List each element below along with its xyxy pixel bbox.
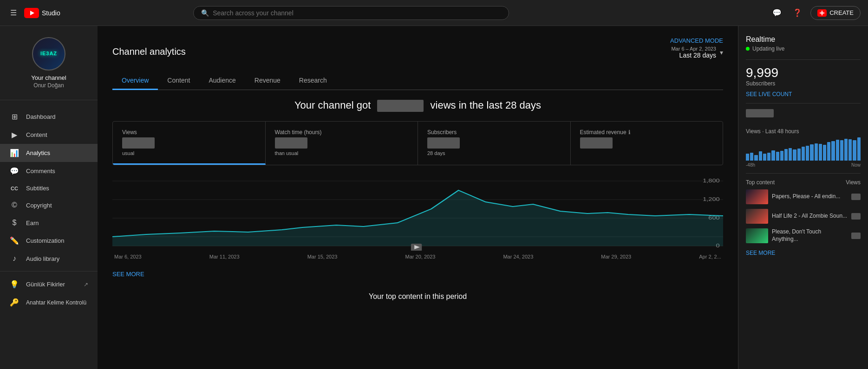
youtube-icon [24, 8, 39, 18]
subs-value-redacted [427, 137, 460, 149]
see-more-button[interactable]: SEE MORE [112, 271, 144, 278]
top-content-label: Top content [746, 179, 775, 186]
sidebar-item-anahtar[interactable]: 🔑 Anahtar Kelime Kontrolü [0, 293, 98, 311]
metric-revenue-sub [580, 150, 714, 156]
chevron-down-icon[interactable]: ▾ [720, 49, 723, 56]
sidebar-item-label: Audio library [26, 255, 59, 262]
main-content: Channel analytics ADVANCED MODE Mar 6 – … [98, 26, 738, 369]
sidebar-item-label: Copyright [26, 202, 52, 209]
audio-library-icon: ♪ [9, 254, 20, 263]
content-thumbnail [746, 189, 768, 204]
header-right: ADVANCED MODE Mar 6 – Apr 2, 2023 Last 2… [670, 37, 723, 66]
avatar: IE3AZ [32, 37, 65, 71]
sidebar-item-gunluk[interactable]: 💡 Günlük Fikirler ↗ [0, 275, 98, 293]
sidebar-item-subtitles[interactable]: CC Subtitles [0, 180, 98, 196]
tab-content[interactable]: Content [158, 72, 199, 90]
search-box: 🔍 [193, 6, 509, 20]
realtime-subs-label: Subscribers [746, 80, 861, 87]
tab-research[interactable]: Research [290, 72, 336, 90]
bar [836, 140, 839, 161]
content-item[interactable]: Please, Don't Touch Anything... [746, 228, 861, 243]
bar [797, 149, 801, 161]
bar [780, 151, 783, 161]
create-button[interactable]: CREATE [810, 6, 861, 20]
bar [823, 145, 826, 161]
realtime-views-redacted [746, 109, 774, 117]
chart-xaxis-right: Now [851, 162, 861, 168]
realtime-title: Realtime [746, 35, 861, 44]
bar [857, 137, 861, 161]
yt-studio-logo: Studio [24, 8, 60, 18]
sidebar-item-comments[interactable]: 💬 Comments [0, 162, 98, 180]
content-item[interactable]: Papers, Please - All endin... [746, 189, 861, 204]
content-views [851, 213, 861, 220]
create-icon [817, 9, 827, 17]
search-input[interactable] [213, 9, 501, 17]
bar [819, 144, 822, 161]
content-item[interactable]: Half Life 2 - All Zombie Soun... [746, 209, 861, 224]
metric-watch-value-row [275, 137, 409, 149]
metric-card-revenue[interactable]: Estimated revenue ℹ [571, 122, 723, 165]
content-thumbnail [746, 228, 768, 243]
create-label: CREATE [829, 9, 854, 16]
views-redacted-value [377, 100, 424, 112]
see-live-count-button[interactable]: SEE LIVE COUNT [746, 91, 792, 97]
chart-xaxis-left: -48h [746, 162, 755, 168]
xaxis-label: Mar 24, 2023 [503, 254, 533, 259]
sidebar-item-copyright[interactable]: © Copyright [0, 196, 98, 214]
views-chart: 1,800 1,200 600 0 [112, 176, 723, 251]
help-button[interactable]: ❓ [790, 6, 805, 20]
subtitles-icon: CC [9, 186, 20, 191]
date-range-main: Last 28 days [671, 52, 716, 59]
metric-views-value-row [122, 137, 256, 149]
bar [844, 139, 848, 161]
advanced-mode-button[interactable]: ADVANCED MODE [670, 37, 723, 44]
bar [763, 154, 766, 161]
copyright-icon: © [9, 201, 20, 209]
sidebar-item-analytics[interactable]: 📊 Analytics [0, 144, 98, 162]
topbar-left: ☰ Studio [7, 6, 60, 20]
mini-chart-xaxis: -48h Now [746, 162, 861, 168]
sidebar-item-earn[interactable]: $ Earn [0, 214, 98, 232]
realtime-see-more-button[interactable]: SEE MORE [746, 250, 775, 256]
top-content-header: Top content Views [746, 179, 861, 186]
info-icon: ℹ [628, 129, 631, 136]
xaxis-label: Mar 20, 2023 [405, 254, 436, 259]
xaxis-label: Mar 6, 2023 [114, 254, 142, 259]
metric-subs-label: Subscribers [427, 129, 561, 136]
content-icon: ▶ [9, 130, 20, 139]
metric-card-watch-time[interactable]: Watch time (hours) than usual [266, 122, 418, 165]
feedback-button[interactable]: 💬 [770, 6, 784, 20]
sidebar: IE3AZ Your channel Onur Doğan ⊞ Dashboar… [0, 26, 98, 369]
hamburger-button[interactable]: ☰ [7, 6, 20, 20]
content-title: Papers, Please - All endin... [772, 193, 848, 201]
sidebar-divider-mid [0, 271, 98, 272]
analytics-icon: 📊 [9, 149, 20, 157]
date-range-small: Mar 6 – Apr 2, 2023 [671, 46, 716, 52]
top-content-views-header: Views [846, 179, 861, 186]
sidebar-item-label: Content [26, 131, 47, 138]
xaxis-label: Mar 11, 2023 [209, 254, 240, 259]
tab-revenue[interactable]: Revenue [245, 72, 290, 90]
tab-audience[interactable]: Audience [199, 72, 245, 90]
live-label: Updating live [752, 45, 784, 52]
sidebar-nav: ⊞ Dashboard ▶ Content 📊 Analytics 💬 Comm… [0, 104, 98, 369]
sidebar-item-customization[interactable]: ✏️ Customization [0, 232, 98, 250]
live-indicator: Updating live [746, 45, 861, 52]
sidebar-item-content[interactable]: ▶ Content [0, 126, 98, 144]
tab-overview[interactable]: Overview [112, 72, 158, 90]
content-title: Please, Don't Touch Anything... [772, 228, 848, 243]
live-dot [746, 47, 750, 51]
metric-card-subscribers[interactable]: Subscribers 28 days [418, 122, 571, 165]
page-header: Channel analytics ADVANCED MODE Mar 6 – … [112, 37, 723, 66]
channel-profile: IE3AZ Your channel Onur Doğan [0, 30, 98, 96]
sidebar-item-dashboard[interactable]: ⊞ Dashboard [0, 108, 98, 126]
metric-subs-value-row [427, 137, 561, 149]
content-title: Half Life 2 - All Zombie Soun... [772, 213, 848, 220]
metric-views-label: Views [122, 129, 256, 136]
metric-card-views[interactable]: Views usual [113, 122, 266, 165]
bar [831, 141, 835, 161]
topbar: ☰ Studio 🔍 💬 ❓ CREATE [0, 0, 868, 26]
sidebar-item-audio-library[interactable]: ♪ Audio library [0, 250, 98, 267]
earn-icon: $ [9, 219, 20, 227]
